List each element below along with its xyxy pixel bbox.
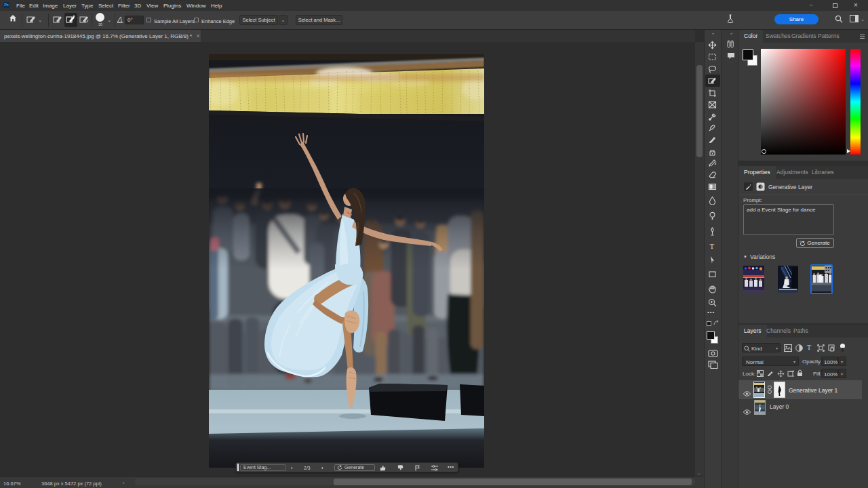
svg-text:T: T xyxy=(710,242,715,250)
